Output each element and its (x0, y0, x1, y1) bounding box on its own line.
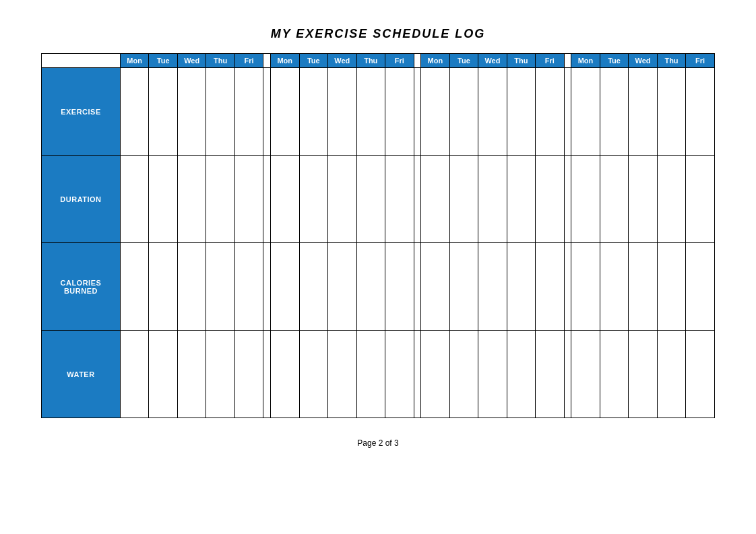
calories-w4-fri[interactable] (686, 243, 715, 331)
calories-w3-mon[interactable] (421, 243, 450, 331)
exercise-w4-thu[interactable] (657, 68, 686, 156)
exercise-w3-mon[interactable] (421, 68, 450, 156)
duration-sep2 (414, 156, 421, 243)
duration-w2-thu[interactable] (356, 156, 385, 243)
water-w3-tue[interactable] (449, 331, 478, 418)
water-sep1 (263, 331, 271, 418)
exercise-w1-mon[interactable] (120, 68, 149, 156)
header-week4-fri: Fri (686, 54, 715, 68)
exercise-w3-fri[interactable] (536, 68, 565, 156)
duration-w1-mon[interactable] (120, 156, 149, 243)
calories-w4-tue[interactable] (600, 243, 629, 331)
duration-sep1 (263, 156, 271, 243)
duration-w1-thu[interactable] (206, 156, 235, 243)
calories-w4-wed[interactable] (629, 243, 658, 331)
exercise-w4-fri[interactable] (686, 68, 715, 156)
header-week4-thu: Thu (657, 54, 686, 68)
header-week3-wed: Wed (478, 54, 507, 68)
calories-w3-thu[interactable] (507, 243, 536, 331)
water-w1-mon[interactable] (120, 331, 149, 418)
water-w1-tue[interactable] (149, 331, 178, 418)
header-week3-fri: Fri (536, 54, 565, 68)
header-week3-tue: Tue (449, 54, 478, 68)
header-week2-mon: Mon (271, 54, 300, 68)
water-w1-fri[interactable] (234, 331, 263, 418)
calories-w3-fri[interactable] (536, 243, 565, 331)
duration-w1-fri[interactable] (234, 156, 263, 243)
exercise-w2-wed[interactable] (328, 68, 357, 156)
calories-w4-thu[interactable] (657, 243, 686, 331)
exercise-w4-wed[interactable] (629, 68, 658, 156)
exercise-w2-thu[interactable] (356, 68, 385, 156)
calories-w2-thu[interactable] (356, 243, 385, 331)
page-title: MY EXERCISE SCHEDULE LOG (271, 27, 486, 41)
exercise-w1-fri[interactable] (234, 68, 263, 156)
exercise-w2-mon[interactable] (271, 68, 300, 156)
calories-sep2 (414, 243, 421, 331)
duration-w4-wed[interactable] (629, 156, 658, 243)
header-label-cell (42, 54, 121, 68)
exercise-w1-tue[interactable] (149, 68, 178, 156)
water-w3-fri[interactable] (536, 331, 565, 418)
calories-w1-thu[interactable] (206, 243, 235, 331)
water-w2-tue[interactable] (299, 331, 328, 418)
exercise-w3-tue[interactable] (449, 68, 478, 156)
calories-w2-fri[interactable] (385, 243, 414, 331)
exercise-w1-wed[interactable] (177, 68, 206, 156)
calories-w4-mon[interactable] (571, 243, 600, 331)
duration-label: DURATION (42, 156, 121, 243)
calories-w1-tue[interactable] (149, 243, 178, 331)
exercise-w4-tue[interactable] (600, 68, 629, 156)
water-w4-fri[interactable] (686, 331, 715, 418)
exercise-w1-thu[interactable] (206, 68, 235, 156)
exercise-w4-mon[interactable] (571, 68, 600, 156)
duration-w4-thu[interactable] (657, 156, 686, 243)
exercise-w2-tue[interactable] (299, 68, 328, 156)
header-sep2 (414, 54, 421, 68)
header-week1-fri: Fri (234, 54, 263, 68)
duration-w1-tue[interactable] (149, 156, 178, 243)
duration-w3-tue[interactable] (449, 156, 478, 243)
exercise-w3-thu[interactable] (507, 68, 536, 156)
water-w2-mon[interactable] (271, 331, 300, 418)
water-w3-thu[interactable] (507, 331, 536, 418)
water-w4-wed[interactable] (629, 331, 658, 418)
water-w2-fri[interactable] (385, 331, 414, 418)
duration-w3-fri[interactable] (536, 156, 565, 243)
water-w3-mon[interactable] (421, 331, 450, 418)
water-w1-wed[interactable] (177, 331, 206, 418)
water-sep2 (414, 331, 421, 418)
water-w2-wed[interactable] (328, 331, 357, 418)
calories-w2-wed[interactable] (328, 243, 357, 331)
water-w4-thu[interactable] (657, 331, 686, 418)
duration-sep3 (564, 156, 571, 243)
header-week1-thu: Thu (206, 54, 235, 68)
water-w3-wed[interactable] (478, 331, 507, 418)
calories-w2-mon[interactable] (271, 243, 300, 331)
water-w4-mon[interactable] (571, 331, 600, 418)
water-w1-thu[interactable] (206, 331, 235, 418)
duration-w4-tue[interactable] (600, 156, 629, 243)
header-week2-tue: Tue (299, 54, 328, 68)
duration-w2-wed[interactable] (328, 156, 357, 243)
duration-w2-tue[interactable] (299, 156, 328, 243)
calories-w2-tue[interactable] (299, 243, 328, 331)
water-w2-thu[interactable] (356, 331, 385, 418)
duration-w3-mon[interactable] (421, 156, 450, 243)
exercise-w2-fri[interactable] (385, 68, 414, 156)
duration-w1-wed[interactable] (177, 156, 206, 243)
duration-w3-wed[interactable] (478, 156, 507, 243)
duration-w4-mon[interactable] (571, 156, 600, 243)
exercise-w3-wed[interactable] (478, 68, 507, 156)
calories-w3-wed[interactable] (478, 243, 507, 331)
duration-w2-mon[interactable] (271, 156, 300, 243)
water-w4-tue[interactable] (600, 331, 629, 418)
calories-w1-wed[interactable] (177, 243, 206, 331)
duration-w2-fri[interactable] (385, 156, 414, 243)
duration-w4-fri[interactable] (686, 156, 715, 243)
calories-w1-mon[interactable] (120, 243, 149, 331)
header-sep1 (263, 54, 271, 68)
calories-w1-fri[interactable] (234, 243, 263, 331)
calories-w3-tue[interactable] (449, 243, 478, 331)
duration-w3-thu[interactable] (507, 156, 536, 243)
